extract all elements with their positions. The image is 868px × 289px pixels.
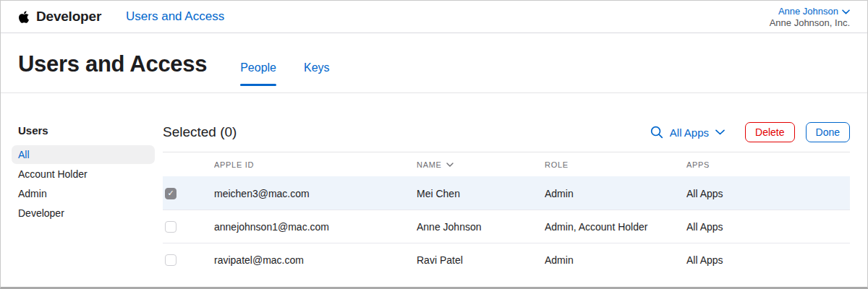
toolbar-actions: All Apps Delete Done <box>650 122 850 142</box>
cell-apple-id: meichen3@mac.com <box>214 188 417 199</box>
table-header-row: APPLE ID NAME ROLE APPS <box>163 152 850 176</box>
cell-apple-id: annejohnson1@mac.com <box>214 221 417 233</box>
column-header-apple-id[interactable]: APPLE ID <box>214 160 417 169</box>
top-nav: Developer Users and Access Anne Johnson … <box>1 1 867 33</box>
page-header: Users and Access People Keys <box>1 33 867 93</box>
tab-bar: People Keys <box>240 61 329 86</box>
cell-name: Mei Chen <box>417 188 545 199</box>
cell-apps: All Apps <box>686 221 850 233</box>
toolbar: Selected (0) All Apps Delete Done <box>163 122 850 152</box>
account-name-label: Anne Johnson <box>778 7 838 17</box>
apple-logo-icon <box>18 10 30 24</box>
sort-chevron-down-icon <box>446 163 454 167</box>
cell-apps: All Apps <box>686 188 850 199</box>
sidebar: Users All Account Holder Admin Developer <box>18 122 163 287</box>
account-area: Anne Johnson Anne Johnson, Inc. <box>770 4 850 29</box>
row-checkbox[interactable] <box>165 254 176 266</box>
table-row[interactable]: ravipatel@mac.com Ravi Patel Admin All A… <box>163 243 850 276</box>
search-button[interactable] <box>650 126 663 139</box>
row-checkbox[interactable] <box>165 221 176 233</box>
chevron-down-icon <box>715 129 725 135</box>
cell-apps: All Apps <box>686 254 850 266</box>
cell-name: Anne Johnson <box>417 221 545 233</box>
account-menu[interactable]: Anne Johnson <box>778 7 850 17</box>
column-header-name[interactable]: NAME <box>417 160 545 169</box>
cell-apple-id: ravipatel@mac.com <box>214 254 417 266</box>
done-button[interactable]: Done <box>806 122 850 142</box>
search-icon <box>650 126 663 139</box>
sidebar-item-account-holder[interactable]: Account Holder <box>12 165 155 184</box>
selected-count-label: Selected (0) <box>163 124 237 140</box>
table-row[interactable]: annejohnson1@mac.com Anne Johnson Admin,… <box>163 210 850 243</box>
main-panel: Selected (0) All Apps Delete Done <box>163 122 850 287</box>
sidebar-item-admin[interactable]: Admin <box>12 184 155 203</box>
chevron-down-icon <box>842 7 850 17</box>
app-window: Developer Users and Access Anne Johnson … <box>0 0 868 289</box>
table-row[interactable]: meichen3@mac.com Mei Chen Admin All Apps <box>163 176 850 210</box>
delete-button[interactable]: Delete <box>745 122 794 142</box>
content: Users All Account Holder Admin Developer… <box>1 93 867 287</box>
apps-filter-label: All Apps <box>670 126 709 139</box>
nav-breadcrumb-link[interactable]: Users and Access <box>126 9 224 24</box>
apps-filter-dropdown[interactable]: All Apps <box>670 126 725 139</box>
brand[interactable]: Developer <box>18 9 101 25</box>
page-title: Users and Access <box>18 51 207 77</box>
column-header-apps[interactable]: APPS <box>686 160 850 169</box>
cell-role: Admin, Account Holder <box>545 221 686 233</box>
tab-people[interactable]: People <box>240 61 276 86</box>
sidebar-item-all[interactable]: All <box>12 145 155 164</box>
brand-name: Developer <box>36 9 101 25</box>
account-org-label: Anne Johnson, Inc. <box>770 18 850 29</box>
column-header-role[interactable]: ROLE <box>545 160 686 169</box>
sidebar-item-developer[interactable]: Developer <box>12 204 155 223</box>
tab-keys[interactable]: Keys <box>304 61 330 86</box>
cell-role: Admin <box>545 188 686 199</box>
cell-role: Admin <box>545 254 686 266</box>
row-checkbox[interactable] <box>165 188 176 199</box>
cell-name: Ravi Patel <box>417 254 545 266</box>
sidebar-heading: Users <box>18 124 163 137</box>
users-table: APPLE ID NAME ROLE APPS meichen3@mac.com… <box>163 152 850 276</box>
